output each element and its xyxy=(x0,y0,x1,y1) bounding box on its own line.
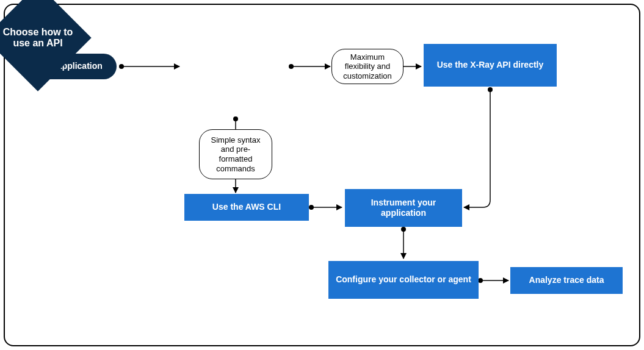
node-decision-label: Choose how to use an API xyxy=(0,27,76,49)
node-instrument-application: Instrument your application xyxy=(345,189,462,227)
node-analyze-trace-data: Analyze trace data xyxy=(510,267,623,294)
node-use-aws-cli: Use the AWS CLI xyxy=(184,194,309,221)
edge-label-max-flexibility: Maximum flexibility and customization xyxy=(331,49,403,84)
edge-label-simple-syntax: Simple syntax and pre-formatted commands xyxy=(199,129,272,179)
node-configure-collector: Configure your collector or agent xyxy=(328,261,479,299)
node-use-xray-api: Use the X-Ray API directly xyxy=(424,44,557,87)
